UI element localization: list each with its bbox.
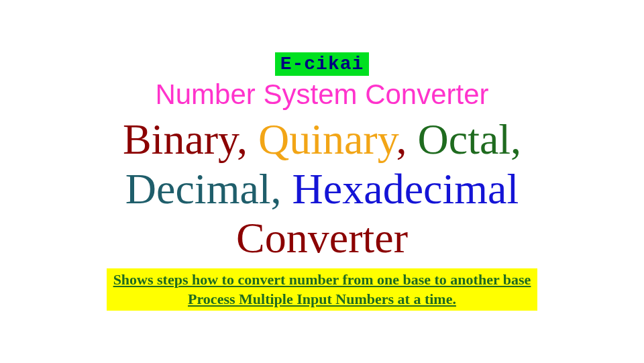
page-title: Number System Converter <box>155 79 488 111</box>
comma: , <box>271 165 292 213</box>
system-binary: Binary <box>123 115 237 163</box>
comma: , <box>511 115 521 163</box>
brand-badge: E-cikai <box>275 52 370 76</box>
footer-line2: Process Multiple Input Numbers at a time… <box>188 291 456 307</box>
comma: , <box>237 115 258 163</box>
system-octal: Octal <box>418 115 511 163</box>
footer-description: Shows steps how to convert number from o… <box>107 268 538 311</box>
comma: , <box>396 115 418 163</box>
converter-word: Converter <box>236 214 408 262</box>
system-decimal: Decimal <box>125 165 271 213</box>
systems-heading: Binary, Quinary, Octal, Decimal, Hexadec… <box>123 115 521 263</box>
footer-line1: Shows steps how to convert number from o… <box>113 271 531 288</box>
system-hexadecimal: Hexadecimal <box>292 165 519 213</box>
system-quinary: Quinary <box>258 115 396 163</box>
